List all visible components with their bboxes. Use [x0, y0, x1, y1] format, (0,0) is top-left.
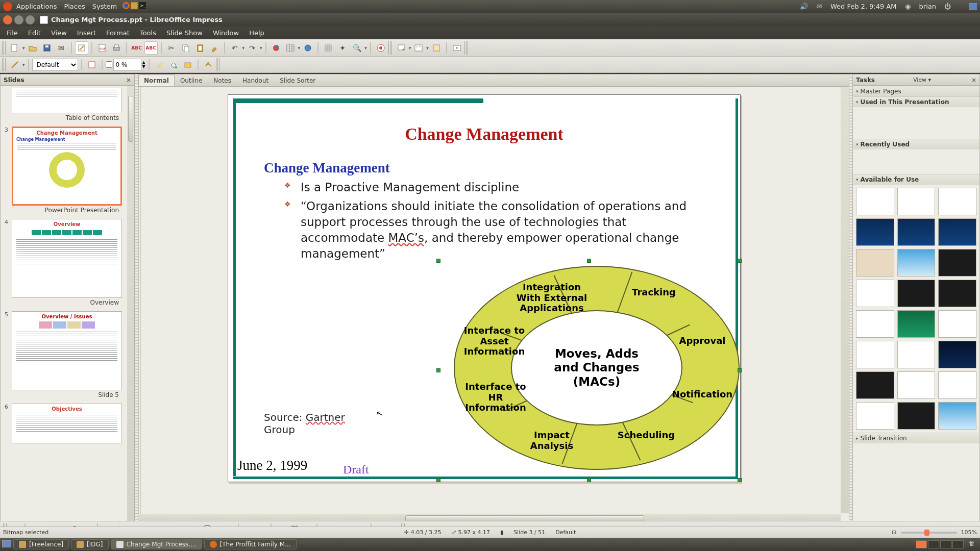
- workspace-switcher[interactable]: [916, 540, 964, 548]
- gnome-menu-applications[interactable]: Applications: [16, 3, 57, 10]
- tasks-close-icon[interactable]: ×: [971, 77, 976, 84]
- tab-notes[interactable]: Notes: [208, 74, 237, 86]
- gnome-menu-places[interactable]: Places: [64, 3, 85, 10]
- master-thumb[interactable]: [897, 188, 936, 215]
- terminal-launcher-icon[interactable]: >_: [138, 2, 146, 11]
- spellcheck-button[interactable]: ABC: [130, 41, 143, 55]
- insert-hyperlink-button[interactable]: [301, 41, 314, 55]
- section-transition[interactable]: Slide Transition: [853, 433, 979, 443]
- slide-design-button[interactable]: [430, 41, 443, 55]
- window-close-button[interactable]: [3, 15, 12, 24]
- master-thumb[interactable]: [897, 280, 936, 307]
- layout-caret-icon[interactable]: ▾: [426, 45, 429, 51]
- email-button[interactable]: ✉: [55, 41, 68, 55]
- window-maximize-button[interactable]: [26, 15, 35, 24]
- paste-button[interactable]: [193, 41, 207, 55]
- undo-button[interactable]: ↶: [228, 41, 241, 55]
- autospell-button[interactable]: ABC: [144, 41, 158, 55]
- print-button[interactable]: [110, 41, 123, 55]
- master-thumb[interactable]: [856, 402, 894, 430]
- slide-page[interactable]: Change Management Change Management Is a…: [228, 94, 741, 482]
- master-thumb[interactable]: [897, 341, 936, 368]
- slide-title[interactable]: Change Management: [228, 124, 740, 144]
- tab-outline[interactable]: Outline: [175, 74, 208, 86]
- menu-edit[interactable]: Edit: [23, 28, 45, 38]
- zoom-value[interactable]: 105%: [961, 529, 977, 536]
- menu-format[interactable]: Format: [102, 28, 134, 38]
- save-button[interactable]: [40, 41, 54, 55]
- master-thumb[interactable]: [897, 249, 936, 277]
- slide-canvas[interactable]: Change Management Change Management Is a…: [138, 87, 849, 522]
- copy-button[interactable]: [179, 41, 192, 55]
- section-master-pages[interactable]: Master Pages: [853, 86, 979, 96]
- redo-caret-icon[interactable]: ▾: [260, 45, 262, 51]
- master-thumb[interactable]: [938, 402, 976, 430]
- master-thumb[interactable]: [938, 310, 976, 338]
- master-thumb[interactable]: [856, 371, 894, 399]
- task-idg[interactable]: [IDG]: [71, 539, 108, 549]
- master-thumb[interactable]: [856, 341, 894, 368]
- master-thumb[interactable]: [897, 218, 936, 246]
- zoom-fit-icon[interactable]: ⊡: [892, 529, 896, 536]
- zoom-slider[interactable]: [901, 532, 957, 534]
- master-thumb[interactable]: [897, 310, 936, 338]
- task-firefox[interactable]: [The Proffitt Family M...: [204, 539, 297, 549]
- master-used-thumb[interactable]: [856, 110, 890, 136]
- slide-source[interactable]: Source: Gartner Group: [264, 411, 346, 436]
- menu-insert[interactable]: Insert: [72, 28, 101, 38]
- highlight-color-button[interactable]: [153, 58, 166, 71]
- menu-window[interactable]: Window: [208, 28, 243, 38]
- tasks-view-link[interactable]: View ▾: [913, 77, 931, 83]
- toolbar-grip-2[interactable]: [388, 41, 393, 55]
- fmt-grip[interactable]: [2, 58, 6, 71]
- master-thumb[interactable]: [938, 280, 976, 307]
- navigator-button[interactable]: ✦: [336, 41, 349, 55]
- menu-tools[interactable]: Tools: [135, 28, 161, 38]
- slide-thumb-5[interactable]: 5 Overview / Issues Slide 5: [12, 311, 122, 402]
- tab-handout[interactable]: Handout: [237, 74, 274, 86]
- bullet-2[interactable]: “Organizations should initiate the conso…: [284, 198, 709, 262]
- fmt-end-grip[interactable]: [216, 58, 220, 71]
- slides-scrollbar[interactable]: [127, 86, 134, 522]
- section-used-header[interactable]: Used in This Presentation: [853, 97, 979, 107]
- pct-down-icon[interactable]: ▼: [142, 65, 145, 69]
- area-fill-button[interactable]: [181, 58, 194, 71]
- master-thumb[interactable]: [856, 310, 894, 338]
- toolbar-end-grip[interactable]: [464, 41, 469, 55]
- transparency-input[interactable]: [113, 59, 141, 71]
- power-icon[interactable]: ⏻: [943, 3, 951, 11]
- paragraph-style-select[interactable]: Default: [32, 59, 78, 71]
- insert-chart-button[interactable]: [270, 41, 283, 55]
- insert-table-button[interactable]: [284, 41, 297, 55]
- slides-panel-close-icon[interactable]: ×: [126, 77, 131, 84]
- menu-view[interactable]: View: [46, 28, 71, 38]
- menu-slideshow[interactable]: Slide Show: [162, 28, 207, 38]
- slide-draft[interactable]: Draft: [343, 463, 369, 477]
- slide-thumb-3[interactable]: 3 Change Management Change Management Po…: [12, 127, 122, 217]
- user-indicator-icon[interactable]: ◉: [904, 3, 912, 11]
- tab-slidesorter[interactable]: Slide Sorter: [274, 74, 321, 86]
- insert-slide-button[interactable]: +: [395, 41, 408, 55]
- trash-icon[interactable]: 🗑: [969, 540, 978, 549]
- slide-bullets[interactable]: Is a Proactive Management discipline “Or…: [284, 180, 709, 265]
- master-thumb[interactable]: [938, 188, 976, 215]
- menu-file[interactable]: File: [2, 28, 22, 38]
- app-launcher-icon[interactable]: [130, 2, 138, 11]
- clock[interactable]: Wed Feb 2, 9:49 AM: [830, 3, 897, 10]
- tab-normal[interactable]: Normal: [138, 74, 175, 86]
- edit-mode-button[interactable]: [75, 41, 88, 55]
- master-thumb[interactable]: [856, 280, 894, 307]
- zoom-button[interactable]: 🔍: [350, 41, 363, 55]
- status-insert-mode[interactable]: ▮: [500, 529, 503, 536]
- start-slideshow-button[interactable]: [450, 41, 463, 55]
- fill-color-button[interactable]: [167, 58, 180, 71]
- new-doc-button[interactable]: [8, 41, 21, 55]
- insert-slide-caret-icon[interactable]: ▾: [409, 45, 411, 51]
- help-button[interactable]: [374, 41, 387, 55]
- slides-list[interactable]: Table of Contents 3 Change Management Ch…: [1, 86, 127, 522]
- shadow-checkbox[interactable]: [106, 61, 112, 68]
- grid-button[interactable]: [322, 41, 335, 55]
- master-thumb[interactable]: [897, 402, 936, 430]
- firefox-launcher-icon[interactable]: [122, 2, 130, 11]
- window-minimize-button[interactable]: [14, 15, 23, 24]
